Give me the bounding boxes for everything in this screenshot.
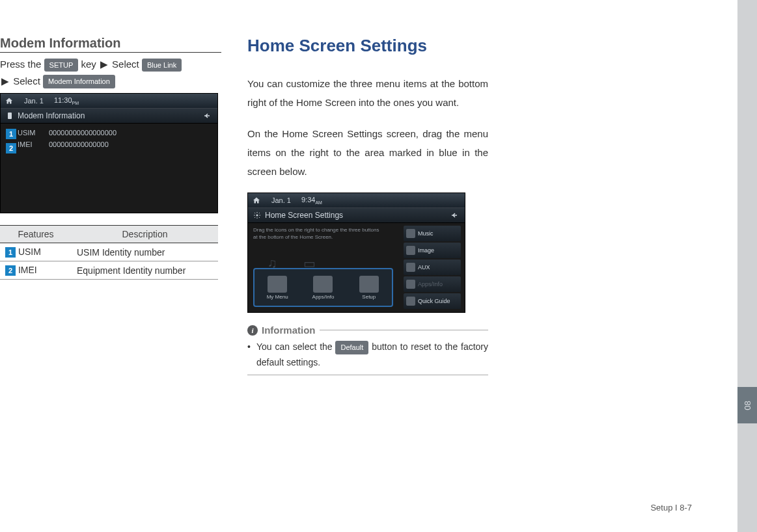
right-column: Home Screen Settings You can customize t… [247, 36, 488, 375]
table-row: 1 USIM USIM Identity number [0, 243, 218, 261]
default-button: Default [335, 341, 368, 354]
section-title-home-screen: Home Screen Settings [247, 36, 488, 56]
bluelink-button: Blue Link [142, 59, 182, 72]
side-item-music: Music [404, 226, 461, 241]
screenshot2-status-bar: Jan. 1 9:34AM [248, 193, 465, 207]
status-time: 9:34AM [301, 196, 322, 205]
side-tab-chapter: 08 [737, 387, 757, 423]
callout-2: 2 [6, 143, 16, 153]
draggable-sidebar: Music Image AUX Apps/Info Quick Guide [404, 226, 461, 309]
instr-key-word: key [81, 59, 96, 70]
arrow-icon: ▶ [1, 73, 9, 90]
desc-imei: Equipment Identity number [72, 261, 218, 280]
desc-usim: USIM Identity number [72, 243, 218, 261]
side-item-image: Image [404, 243, 461, 258]
svg-rect-0 [8, 113, 12, 119]
side-item-appsinfo: Apps/Info [404, 276, 461, 292]
th-description: Description [72, 226, 218, 243]
page-content: Modem Information Press the SETUP key ▶ … [0, 0, 757, 375]
status-time: 11:30PM [54, 96, 79, 105]
status-date: Jan. 1 [271, 196, 291, 204]
home-icon [5, 97, 14, 105]
drop-zone: My Menu Apps/Info Setup [253, 268, 393, 307]
screenshot2-body: Drag the icons on the right to change th… [248, 223, 465, 312]
table-row: 2 IMEI Equipment Identity number [0, 261, 218, 280]
instr-select-2: Select [13, 75, 40, 86]
info-icon: i [247, 325, 258, 336]
imei-row: IMEI 000000000000000 [18, 140, 212, 148]
feature-imei: IMEI [18, 265, 37, 275]
modem-info-screenshot: 1 2 Jan. 1 11:30PM Modem Information [0, 93, 218, 213]
num-badge-2: 2 [5, 265, 16, 276]
svg-point-1 [256, 215, 258, 217]
feature-cell-usim: 1 USIM [0, 243, 72, 261]
slot-setup: Setup [350, 276, 388, 300]
usim-value: 00000000000000000 [49, 129, 117, 137]
th-features: Features [0, 226, 72, 243]
paragraph-2: On the Home Screen Settings screen, drag… [247, 124, 488, 181]
feature-cell-imei: 2 IMEI [0, 261, 72, 280]
slot-mymenu: My Menu [258, 276, 296, 300]
imei-value: 000000000000000 [49, 140, 109, 148]
callout-1: 1 [6, 129, 16, 139]
info-bottom-rule [247, 375, 488, 375]
info-bullet: You can select the Default button to res… [247, 339, 488, 371]
screenshot-title: Modem Information [18, 111, 85, 120]
instr-select-1: Select [112, 59, 139, 70]
imei-label: IMEI [18, 140, 44, 148]
arrow-icon: ▶ [100, 56, 108, 73]
usim-row: USIM 00000000000000000 [18, 129, 212, 137]
side-item-quickguide: Quick Guide [404, 293, 461, 309]
setup-key-button: SETUP [44, 59, 79, 72]
feature-usim: USIM [18, 246, 41, 257]
features-table: Features Description 1 USIM USIM Identit… [0, 225, 218, 280]
info-rule [320, 330, 489, 330]
home-icon [252, 196, 261, 204]
screenshot2-title: Home Screen Settings [265, 211, 343, 220]
modem-info-button: Modem Information [43, 75, 115, 88]
usim-label: USIM [18, 129, 44, 137]
info-heading: i Information [247, 325, 488, 336]
home-screen-screenshot: Jan. 1 9:34AM Home Screen Settings Drag … [247, 193, 465, 313]
screenshot-status-bar: Jan. 1 11:30PM [1, 94, 217, 108]
screenshot2-title-bar: Home Screen Settings [248, 207, 465, 223]
side-tab-strip [737, 0, 757, 532]
info-label: Information [262, 325, 316, 336]
num-badge-1: 1 [5, 247, 16, 258]
paragraph-1: You can customize the three menu items a… [247, 74, 488, 113]
gear-icon [253, 211, 261, 219]
left-column: Modem Information Press the SETUP key ▶ … [0, 36, 221, 375]
screenshot2-hint: Drag the icons on the right to change th… [253, 227, 383, 241]
instr-prefix: Press the [0, 59, 41, 70]
bullet-prefix: You can select the [256, 341, 333, 352]
status-date: Jan. 1 [24, 97, 44, 105]
section-title-modem: Modem Information [0, 36, 221, 53]
back-icon [202, 112, 212, 120]
screenshot-title-bar: Modem Information [1, 108, 217, 124]
page-footer: Setup I 8-7 [650, 503, 692, 512]
screenshot-body: USIM 00000000000000000 IMEI 000000000000… [1, 124, 217, 157]
slot-appsinfo: Apps/Info [304, 276, 342, 300]
back-icon [449, 211, 460, 219]
table-header-row: Features Description [0, 226, 218, 243]
side-item-aux: AUX [404, 259, 461, 275]
instruction-line: Press the SETUP key ▶ Select Blue Link ▶… [0, 56, 221, 89]
phone-icon [6, 112, 14, 120]
